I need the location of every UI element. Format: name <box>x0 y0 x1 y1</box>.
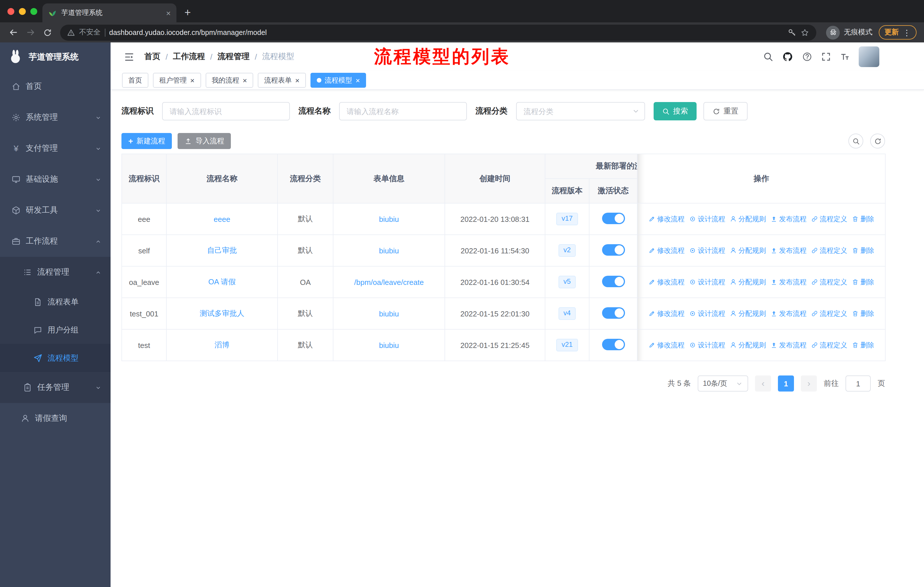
sidebar-item-task-mgmt[interactable]: 任务管理 <box>0 372 111 403</box>
page-size-select[interactable]: 10条/页 <box>698 375 748 392</box>
tag-home[interactable]: 首页 <box>122 73 148 88</box>
breadcrumb-item[interactable]: 流程管理 <box>218 51 250 62</box>
new-tab-button[interactable]: + <box>185 6 191 19</box>
process-definition-link[interactable]: 流程定义 <box>811 340 847 350</box>
design-process-link[interactable]: 设计流程 <box>689 277 725 287</box>
process-definition-link[interactable]: 流程定义 <box>811 246 847 255</box>
design-process-link[interactable]: 设计流程 <box>689 340 725 350</box>
close-icon[interactable]: × <box>190 76 195 84</box>
form-info-link[interactable]: /bpm/oa/leave/create <box>354 278 424 286</box>
tab-close-icon[interactable]: × <box>166 8 171 18</box>
delete-link[interactable]: 删除 <box>852 214 874 224</box>
show-search-button[interactable] <box>848 134 863 149</box>
close-icon[interactable]: × <box>295 76 299 84</box>
sidebar-item-infra[interactable]: 基础设施 <box>0 164 111 195</box>
edit-process-link[interactable]: 修改流程 <box>648 277 685 287</box>
window-close-button[interactable] <box>7 8 14 15</box>
reload-button[interactable] <box>40 24 56 40</box>
delete-link[interactable]: 删除 <box>852 340 874 350</box>
password-key-icon[interactable] <box>788 28 796 37</box>
forward-button[interactable] <box>22 24 38 40</box>
search-button[interactable]: 搜索 <box>653 102 696 121</box>
browser-update-button[interactable]: 更新 ⋮ <box>879 25 917 40</box>
sidebar-item-process-form[interactable]: 流程表单 <box>0 288 111 316</box>
design-process-link[interactable]: 设计流程 <box>689 309 725 318</box>
publish-process-link[interactable]: 发布流程 <box>771 277 807 287</box>
search-icon[interactable] <box>763 51 773 62</box>
design-process-link[interactable]: 设计流程 <box>689 214 725 224</box>
tag-tenant-mgmt[interactable]: 租户管理 × <box>153 73 201 88</box>
edit-process-link[interactable]: 修改流程 <box>648 340 685 350</box>
user-avatar[interactable] <box>859 46 879 67</box>
github-icon[interactable] <box>782 51 794 63</box>
browser-menu-icon[interactable]: ⋮ <box>903 28 911 37</box>
assign-rule-link[interactable]: 分配规则 <box>730 309 766 318</box>
sidebar-item-system[interactable]: 系统管理 <box>0 102 111 133</box>
delete-link[interactable]: 删除 <box>852 246 874 255</box>
assign-rule-link[interactable]: 分配规则 <box>730 277 766 287</box>
window-zoom-button[interactable] <box>30 8 37 15</box>
process-name-link[interactable]: eeee <box>214 215 230 223</box>
back-button[interactable] <box>5 24 21 40</box>
edit-process-link[interactable]: 修改流程 <box>648 214 685 224</box>
sidebar-item-home[interactable]: 首页 <box>0 71 111 102</box>
process-name-link[interactable]: 自己审批 <box>207 246 237 255</box>
font-size-icon[interactable] <box>840 51 850 62</box>
process-name-link[interactable]: 滔博 <box>214 341 229 349</box>
sidebar-item-user-group[interactable]: 用户分组 <box>0 316 111 344</box>
edit-process-link[interactable]: 修改流程 <box>648 309 685 318</box>
active-toggle[interactable] <box>602 339 625 350</box>
sidebar-item-leave-query[interactable]: 请假查询 <box>0 403 111 434</box>
form-info-link[interactable]: biubiu <box>379 309 399 318</box>
process-definition-link[interactable]: 流程定义 <box>811 277 847 287</box>
window-minimize-button[interactable] <box>19 8 26 15</box>
publish-process-link[interactable]: 发布流程 <box>771 309 807 318</box>
assign-rule-link[interactable]: 分配规则 <box>730 246 766 255</box>
fullscreen-icon[interactable] <box>821 51 831 62</box>
process-name-link[interactable]: 测试多审批人 <box>200 309 244 317</box>
form-info-link[interactable]: biubiu <box>379 246 399 255</box>
publish-process-link[interactable]: 发布流程 <box>771 246 807 255</box>
process-definition-link[interactable]: 流程定义 <box>811 309 847 318</box>
sidebar-item-process-mgmt[interactable]: 流程管理 <box>0 257 111 288</box>
bookmark-star-icon[interactable] <box>800 28 809 37</box>
refresh-table-button[interactable] <box>870 134 885 149</box>
publish-process-link[interactable]: 发布流程 <box>771 340 807 350</box>
active-toggle[interactable] <box>602 275 625 287</box>
url-text[interactable]: dashboard.yudao.iocoder.cn/bpm/manager/m… <box>109 28 784 36</box>
active-toggle[interactable] <box>602 244 625 255</box>
create-process-button[interactable]: + 新建流程 <box>121 133 172 149</box>
delete-link[interactable]: 删除 <box>852 309 874 318</box>
delete-link[interactable]: 删除 <box>852 277 874 287</box>
help-icon[interactable] <box>802 51 812 62</box>
sidebar-item-devtools[interactable]: 研发工具 <box>0 195 111 226</box>
sidebar-collapse-icon[interactable] <box>124 51 135 62</box>
address-bar[interactable]: 不安全 dashboard.yudao.iocoder.cn/bpm/manag… <box>60 24 816 40</box>
form-info-link[interactable]: biubiu <box>379 215 399 223</box>
active-toggle[interactable] <box>602 307 625 318</box>
tag-process-model[interactable]: 流程模型 × <box>310 73 366 88</box>
form-info-link[interactable]: biubiu <box>379 341 399 349</box>
import-process-button[interactable]: 导入流程 <box>178 133 231 149</box>
breadcrumb-item[interactable]: 首页 <box>144 51 160 62</box>
process-category-select[interactable] <box>516 102 645 121</box>
process-name-link[interactable]: OA 请假 <box>208 278 236 286</box>
design-process-link[interactable]: 设计流程 <box>689 246 725 255</box>
tag-my-process[interactable]: 我的流程 × <box>205 73 253 88</box>
edit-process-link[interactable]: 修改流程 <box>648 246 685 255</box>
sidebar-item-payment[interactable]: ¥ 支付管理 <box>0 133 111 164</box>
app-logo[interactable]: 芋道管理系统 <box>0 42 111 71</box>
browser-tab[interactable]: 芋道管理系统 × <box>42 3 177 22</box>
assign-rule-link[interactable]: 分配规则 <box>730 214 766 224</box>
tag-process-form[interactable]: 流程表单 × <box>258 73 305 88</box>
prev-page-button[interactable]: ‹ <box>755 375 771 392</box>
close-icon[interactable]: × <box>356 76 360 84</box>
active-toggle[interactable] <box>602 212 625 224</box>
current-page-button[interactable]: 1 <box>778 375 794 392</box>
process-definition-link[interactable]: 流程定义 <box>811 214 847 224</box>
reset-button[interactable]: 重置 <box>703 102 747 121</box>
assign-rule-link[interactable]: 分配规则 <box>730 340 766 350</box>
next-page-button[interactable]: › <box>801 375 817 392</box>
sidebar-item-workflow[interactable]: 工作流程 <box>0 226 111 257</box>
goto-page-input[interactable] <box>845 375 871 392</box>
